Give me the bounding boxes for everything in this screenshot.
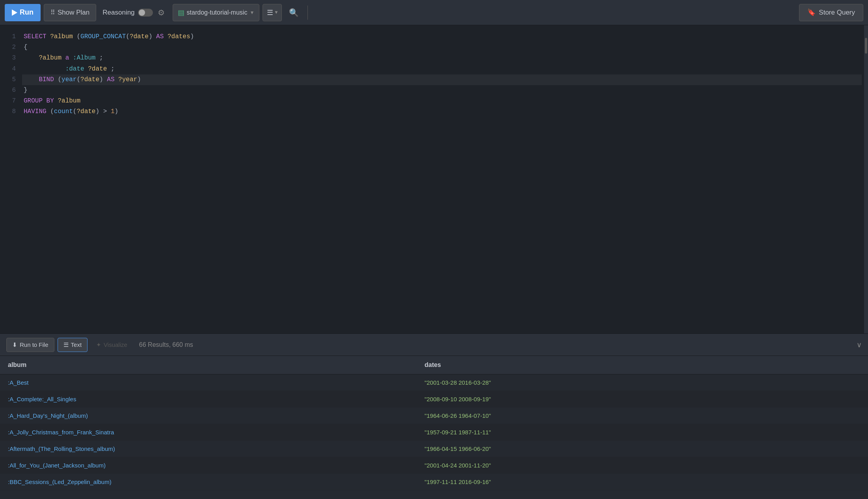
- show-plan-icon: ⠿: [50, 9, 55, 16]
- table-row: :A_Hard_Day's_Night_(album)"1964-06-26 1…: [0, 408, 868, 424]
- cell-album: :Aftermath_(The_Rolling_Stones_album): [0, 441, 417, 457]
- code-content[interactable]: SELECT ?album (GROUP_CONCAT(?date) AS ?d…: [24, 32, 868, 327]
- code-line-5: BIND (year(?date) AS ?year): [22, 74, 862, 85]
- cell-dates: "2001-04-24 2001-11-20": [417, 457, 868, 474]
- cell-album: :A_Best: [0, 374, 417, 391]
- results-panel: ⬇ Run to File ☰ Text ✦ Visualize 66 Resu…: [0, 333, 868, 499]
- store-query-label: Store Query: [819, 9, 855, 17]
- code-line-1: SELECT ?album (GROUP_CONCAT(?date) AS ?d…: [24, 32, 860, 42]
- cell-dates: "2008-09-10 2008-09-19": [417, 391, 868, 408]
- results-table[interactable]: album dates :A_Best"2001-03-28 2016-03-2…: [0, 356, 868, 499]
- toolbar: Run ⠿ Show Plan Reasoning ⚙ ▤ stardog-tu…: [0, 0, 868, 25]
- show-plan-button[interactable]: ⠿ Show Plan: [44, 4, 96, 21]
- cell-dates: "1964-06-26 1964-07-10": [417, 408, 868, 424]
- reasoning-toggle[interactable]: [138, 9, 153, 17]
- toolbar-divider: [307, 6, 308, 20]
- line-num-2: 2: [0, 42, 16, 53]
- table-header-row: album dates: [0, 356, 868, 374]
- cell-dates: "1966-04-15 1966-06-20": [417, 441, 868, 457]
- run-to-file-label: Run to File: [20, 341, 48, 348]
- line-num-3: 3: [0, 53, 16, 63]
- db-name: stardog-tutorial-music: [187, 9, 248, 16]
- cell-album: :A_Complete:_All_Singles: [0, 391, 417, 408]
- run-to-file-button[interactable]: ⬇ Run to File: [6, 338, 54, 352]
- text-icon: ☰: [63, 341, 69, 348]
- table-row: :A_Best"2001-03-28 2016-03-28": [0, 374, 868, 391]
- column-header-dates: dates: [417, 356, 868, 374]
- code-line-8: HAVING (count(?date) > 1): [24, 106, 860, 117]
- data-table: album dates :A_Best"2001-03-28 2016-03-2…: [0, 356, 868, 490]
- results-toolbar: ⬇ Run to File ☰ Text ✦ Visualize 66 Resu…: [0, 334, 868, 356]
- chevron-down-icon: ▼: [250, 10, 254, 15]
- db-icon: ▤: [178, 8, 184, 17]
- code-line-2: {: [24, 42, 860, 53]
- cell-dates: "1957-09-21 1987-11-11": [417, 424, 868, 441]
- chevron-down-icon-2: ▼: [275, 10, 278, 15]
- download-icon: ⬇: [12, 341, 17, 348]
- search-button[interactable]: 🔍: [285, 6, 303, 20]
- cell-album: :BBC_Sessions_(Led_Zeppelin_album): [0, 474, 417, 490]
- line-num-5: 5: [0, 74, 16, 85]
- code-line-3: ?album a :Album ;: [24, 53, 860, 63]
- table-row: :A_Complete:_All_Singles"2008-09-10 2008…: [0, 391, 868, 408]
- code-area[interactable]: 1 2 3 4 5 6 7 8 SELECT ?album (GROUP_CON…: [0, 25, 868, 333]
- cell-album: :A_Hard_Day's_Night_(album): [0, 408, 417, 424]
- reasoning-label: Reasoning: [102, 9, 134, 17]
- cell-album: :A_Jolly_Christmas_from_Frank_Sinatra: [0, 424, 417, 441]
- cell-dates: "1997-11-11 2016-09-16": [417, 474, 868, 490]
- table-row: :Aftermath_(The_Rolling_Stones_album)"19…: [0, 441, 868, 457]
- gear-button[interactable]: ⚙: [156, 6, 166, 19]
- run-button[interactable]: Run: [5, 4, 41, 21]
- visualize-label: Visualize: [104, 341, 127, 348]
- play-icon: [12, 9, 17, 16]
- expand-button[interactable]: ∨: [857, 341, 862, 349]
- code-line-6: }: [24, 85, 860, 96]
- store-query-button[interactable]: 🔖 Store Query: [799, 4, 863, 21]
- editor: 1 2 3 4 5 6 7 8 SELECT ?album (GROUP_CON…: [0, 25, 868, 333]
- visualize-icon: ✦: [96, 341, 101, 348]
- visualize-button[interactable]: ✦ Visualize: [91, 338, 133, 352]
- line-num-8: 8: [0, 106, 16, 117]
- bookmark-icon: 🔖: [807, 8, 816, 17]
- line-num-4: 4: [0, 64, 16, 74]
- line-numbers: 1 2 3 4 5 6 7 8: [0, 32, 24, 327]
- layers-button[interactable]: ☰ ▼: [263, 4, 282, 21]
- line-num-1: 1: [0, 32, 16, 42]
- table-row: :A_Jolly_Christmas_from_Frank_Sinatra"19…: [0, 424, 868, 441]
- line-num-6: 6: [0, 85, 16, 96]
- show-plan-label: Show Plan: [58, 9, 89, 17]
- layers-icon: ☰: [267, 8, 273, 17]
- column-header-album: album: [0, 356, 417, 374]
- reasoning-group: Reasoning ⚙: [102, 6, 166, 19]
- table-row: :All_for_You_(Janet_Jackson_album)"2001-…: [0, 457, 868, 474]
- scrollbar-thumb[interactable]: [865, 38, 867, 54]
- results-count: 66 Results, 660 ms: [139, 341, 193, 348]
- text-view-button[interactable]: ☰ Text: [58, 338, 88, 352]
- db-selector[interactable]: ▤ stardog-tutorial-music ▼: [173, 4, 260, 21]
- cell-dates: "2001-03-28 2016-03-28": [417, 374, 868, 391]
- scrollbar-track: [864, 25, 868, 333]
- run-label: Run: [20, 8, 34, 17]
- cell-album: :All_for_You_(Janet_Jackson_album): [0, 457, 417, 474]
- table-row: :BBC_Sessions_(Led_Zeppelin_album)"1997-…: [0, 474, 868, 490]
- code-line-4: :date ?date ;: [24, 64, 860, 74]
- line-num-7: 7: [0, 96, 16, 106]
- text-label: Text: [71, 341, 82, 348]
- code-line-7: GROUP BY ?album: [24, 96, 860, 106]
